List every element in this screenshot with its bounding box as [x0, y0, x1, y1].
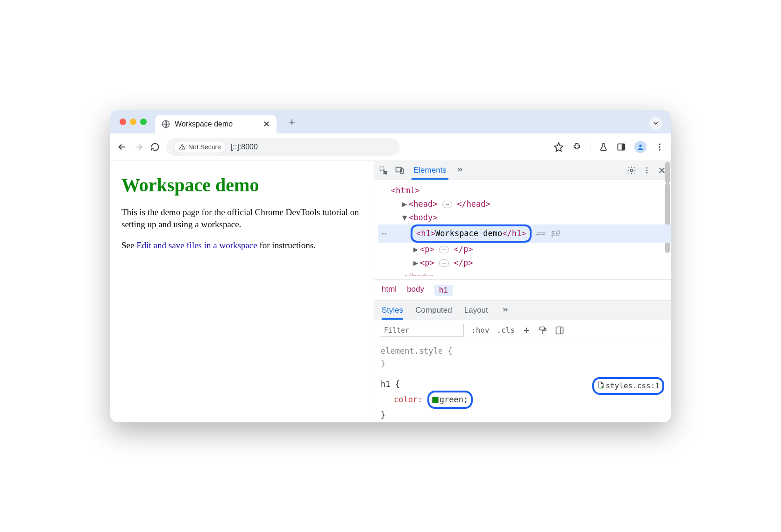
h1-rule-close: } — [381, 409, 664, 421]
dom-p2[interactable]: ▶<p> ⋯ </p> — [378, 256, 671, 270]
crumb-h1[interactable]: h1 — [434, 285, 453, 296]
computed-tab[interactable]: Computed — [415, 301, 452, 320]
workspace-tutorial-link[interactable]: Edit and save files in a workspace — [136, 240, 257, 250]
dom-head[interactable]: ▶<head> ⋯ </head> — [378, 197, 671, 211]
cls-toggle[interactable]: .cls — [497, 326, 515, 335]
globe-icon — [162, 120, 170, 128]
extensions-icon[interactable] — [572, 142, 582, 152]
window-close-button[interactable] — [120, 119, 126, 125]
svg-rect-17 — [556, 327, 563, 334]
nav-back-button[interactable] — [117, 142, 127, 152]
css-value-green[interactable]: green — [440, 395, 463, 404]
svg-point-19 — [602, 386, 604, 388]
tab-list-dropdown[interactable] — [649, 117, 662, 130]
address-bar[interactable]: Not Secure [::]:8000 — [166, 138, 400, 156]
new-tab-button[interactable]: ＋ — [283, 113, 301, 131]
svg-point-14 — [646, 169, 648, 171]
page-paragraph-1: This is the demo page for the official C… — [121, 206, 362, 231]
url-text: [::]:8000 — [231, 143, 258, 151]
highlight-h1: <h1>Workspace demo</h1> — [411, 224, 532, 243]
source-link[interactable]: styles.css:1 — [592, 377, 664, 395]
rendered-page: Workspace demo This is the demo page for… — [110, 161, 374, 422]
styles-more-tabs-icon[interactable] — [500, 307, 510, 314]
para2-pre: See — [121, 240, 136, 250]
dom-html[interactable]: <html> — [378, 184, 671, 197]
dom-h1-selected[interactable]: ⋯ <h1>Workspace demo</h1> == $0 — [378, 224, 671, 243]
svg-rect-9 — [380, 167, 384, 170]
svg-point-5 — [639, 144, 641, 147]
tab-close-icon[interactable]: ✕ — [263, 119, 270, 129]
para2-post: for instructions. — [257, 240, 316, 250]
tab-title: Workspace demo — [175, 120, 233, 128]
svg-point-7 — [659, 146, 660, 147]
styles-filter-row: :hov .cls — [374, 320, 671, 341]
element-style-open: element.style { — [381, 345, 664, 357]
scrollbar-styles[interactable] — [665, 162, 670, 183]
svg-point-2 — [182, 148, 183, 148]
page-heading: Workspace demo — [121, 174, 362, 196]
computed-toggle-icon[interactable] — [555, 326, 564, 335]
dollar-zero: == $0 — [535, 227, 559, 240]
svg-point-15 — [646, 172, 648, 173]
star-icon[interactable] — [554, 142, 564, 152]
dom-p1[interactable]: ▶<p> ⋯ </p> — [378, 243, 671, 256]
css-property-color[interactable]: color: — [394, 395, 422, 404]
devtools-toolbar: Elements — [374, 161, 671, 180]
gear-icon[interactable] — [627, 166, 636, 175]
side-panel-icon[interactable] — [617, 142, 626, 152]
dom-body[interactable]: ▼<body> — [378, 211, 671, 224]
browser-tab[interactable]: Workspace demo ✕ — [155, 115, 277, 133]
svg-rect-4 — [622, 144, 625, 150]
styles-tab[interactable]: Styles — [382, 301, 403, 320]
inspect-icon[interactable] — [379, 166, 388, 175]
paint-icon[interactable] — [538, 326, 547, 335]
more-tabs-icon[interactable] — [455, 167, 464, 174]
window-minimize-button[interactable] — [130, 119, 136, 125]
browser-window: Workspace demo ✕ ＋ Not Secure [::]:8000 — [110, 110, 671, 422]
devtools-panel: Elements <html> ▶<head> ⋯ </ — [374, 161, 671, 422]
highlight-color-value: green; — [427, 391, 473, 409]
content-split: Workspace demo This is the demo page for… — [110, 161, 671, 422]
styles-filter-input[interactable] — [380, 324, 464, 337]
svg-point-6 — [659, 143, 660, 145]
svg-point-13 — [646, 167, 648, 168]
toolbar-right — [554, 141, 664, 153]
elements-tab[interactable]: Elements — [412, 161, 448, 180]
reload-button[interactable] — [150, 142, 160, 152]
dom-breadcrumb: html body h1 — [374, 280, 671, 301]
styles-subpanel-tabs: Styles Computed Layout — [374, 301, 671, 320]
kebab-menu-icon[interactable] — [655, 142, 664, 152]
devtools-kebab-icon[interactable] — [643, 166, 651, 175]
crumb-html[interactable]: html — [382, 285, 397, 296]
profile-avatar[interactable] — [634, 141, 646, 153]
nav-forward-button[interactable] — [134, 142, 144, 152]
svg-point-12 — [631, 169, 633, 171]
toolbar-divider — [590, 142, 590, 152]
crumb-body[interactable]: body — [407, 285, 424, 296]
window-controls — [120, 119, 147, 125]
page-paragraph-2: See Edit and save files in a workspace f… — [121, 239, 362, 252]
dom-body-close[interactable]: </body> — [378, 270, 671, 276]
file-icon — [597, 380, 604, 392]
security-label: Not Secure — [188, 143, 221, 151]
svg-point-8 — [659, 149, 660, 150]
labs-icon[interactable] — [599, 142, 608, 152]
element-style-block[interactable]: element.style { } — [374, 341, 671, 374]
layout-tab[interactable]: Layout — [464, 301, 488, 320]
hov-toggle[interactable]: :hov — [471, 326, 490, 335]
source-file-label: styles.css:1 — [605, 381, 660, 390]
element-style-close: } — [381, 357, 664, 370]
window-maximize-button[interactable] — [140, 119, 147, 125]
svg-rect-16 — [540, 327, 544, 330]
row-actions-icon[interactable]: ⋯ — [378, 228, 390, 240]
new-style-rule-icon[interactable] — [522, 326, 531, 335]
browser-toolbar: Not Secure [::]:8000 — [110, 133, 671, 161]
security-chip[interactable]: Not Secure — [174, 141, 226, 153]
dom-tree[interactable]: <html> ▶<head> ⋯ </head> ▼<body> ⋯ <h1>W… — [374, 180, 671, 280]
css-selector: h1 { — [381, 379, 400, 389]
h1-rule-block[interactable]: styles.css:1 h1 { color: green; } — [374, 374, 671, 422]
tab-strip: Workspace demo ✕ ＋ — [110, 110, 671, 133]
device-toggle-icon[interactable] — [395, 166, 405, 175]
color-swatch[interactable] — [432, 397, 439, 403]
